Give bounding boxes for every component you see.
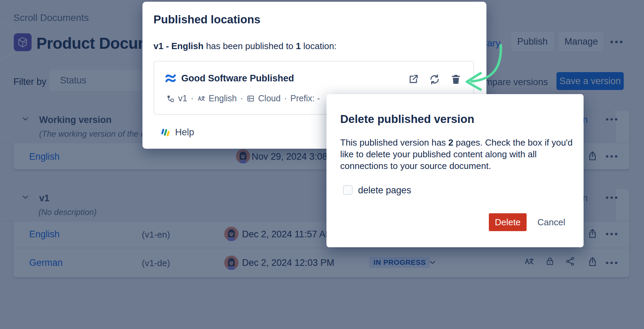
delete-published-version-dialog bbox=[326, 94, 584, 247]
scroll-documents-screen: Scroll Documents Product Documentation L… bbox=[0, 0, 644, 329]
